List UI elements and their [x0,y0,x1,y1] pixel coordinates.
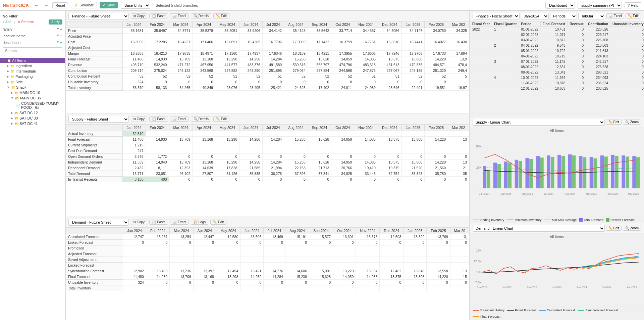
demand-chart-zoom-btn[interactable]: 🔍 Zoom [623,226,641,231]
table-row: Unusable Inventory 3240000000000000 [66,79,469,85]
supply-chart-edit-btn[interactable]: ✏️ Edit [606,120,622,125]
demand-excel-btn[interactable]: 📊 Excel [170,220,189,225]
finance-future-title-select[interactable]: Finance - Future Sheet [68,13,129,19]
svg-text:Sep-2024: Sep-2024 [565,192,575,195]
svg-text:Jul-2023: Jul-2023 [552,286,561,289]
svg-text:15k: 15k [476,248,481,252]
supply-details-btn[interactable]: 🔍 Details [191,117,211,122]
search-input[interactable] [3,47,62,54]
dashboard-select[interactable]: Dashboard [545,2,575,9]
row-unusable: Unusable Inventory [66,79,123,85]
supply-chart-zoom-btn[interactable]: 🔍 Zoom [623,120,641,125]
tree-item-label: MAIN DC 36 [20,96,41,100]
fiscal-title-select[interactable]: Finance - Fiscal Sheet [473,13,520,19]
svg-text:7.5k: 7.5k [475,281,481,284]
apply-button[interactable]: Apply [49,19,62,25]
save-button[interactable]: ✓ Save [100,2,118,8]
finance-col-header-label [66,21,123,28]
tree-item-label: SAT DC 38 [19,116,38,120]
svg-rect-8 [493,163,497,188]
base-units-select[interactable]: Base Units [121,2,150,9]
supply-summary-select[interactable]: supply summary (P) [578,2,622,9]
tree-item-intermediate[interactable]: ▶ 📁 Intermediate [0,68,65,74]
selected-info: Selected 5 child branches [156,3,198,7]
finance-excel-btn[interactable]: 📊 Excel [170,13,189,18]
add-filter-link[interactable]: + Add [3,20,11,24]
supply-chart-title-select[interactable]: Supply - Linear Chart [473,119,605,126]
tree-item-sat-dc-12[interactable]: ▶ 📂 SAT DC 12 [0,110,65,116]
svg-rect-24 [579,156,583,188]
demand-paste-btn[interactable]: 📋 Paste [149,220,168,225]
finance-col-feb25: Feb-2025 [425,21,448,28]
tree-item-condensed[interactable]: 📄 CONDENSED YUMMY FOOD - 6# [0,101,65,110]
demand-edit-btn[interactable]: ✏️ Edit [210,220,226,225]
fiscal-view-select[interactable]: Tabular [578,13,605,19]
location-add[interactable]: + [60,33,62,39]
table-row: Final Forecast 11,48014,93013,70913,1681… [66,137,469,142]
family-add[interactable]: + [60,27,62,32]
fiscal-row: 06-01-202210,7190224,10300 [470,54,644,59]
tree-item-label: Ingredient [15,64,32,68]
tree-item-sat-dc-38[interactable]: ▶ 📂 SAT DC 38 [0,116,65,121]
tree-item-side[interactable]: ▶ 📁 Side [0,79,65,85]
table-row: Saved Adjustment [66,257,469,263]
fiscal-row: 12-01-202210,6630233,32500 [470,86,644,91]
tree-item-label: MAIN DC 10 [19,91,40,95]
tree-item-ingredient[interactable]: ▶ 📁 Ingredient [0,63,65,68]
fiscal-edit-btn[interactable]: ✏️ Edit [626,13,641,18]
svg-rect-18 [547,155,550,188]
tree-item-packaging[interactable]: ▶ 📁 Packaging [0,74,65,79]
tree-item-main-dc-36[interactable]: ▼ 📂 MAIN DC 36 [0,95,65,101]
forward-button[interactable]: → [43,2,50,8]
finance-future-body: Jan-2024 Feb-2024 Mar-2024 Apr-2024 May-… [66,21,469,113]
demand-chart-title-select[interactable]: Demand - Linear Chart [473,225,605,232]
table-row: Final Forecast 11,48014,93013,70913,1681… [66,56,469,62]
help-button[interactable]: ? Help [625,2,641,8]
row-cost: Cost [66,39,123,45]
reset-button[interactable]: Reset [52,2,68,8]
finance-col-apr24: Apr-2024 [193,21,215,28]
supply-copy-btn[interactable]: ⧉ Copy [131,117,147,122]
simulate-button[interactable]: ⚡ Simulate [71,2,97,8]
fiscal-date-select[interactable]: Jan-2024 [521,13,549,19]
row-adjusted-price: Adjusted Price [66,34,123,39]
supply-future-title-select[interactable]: Supply - Future Sheet [68,116,129,123]
demand-future-panel: Demand - Future Sheet ⧉ Copy 📋 Paste 📊 E… [65,217,470,320]
supply-edit-btn[interactable]: ✏️ Edit [213,117,229,122]
svg-text:50k: 50k [476,144,481,148]
finance-paste-btn[interactable]: 📋 Paste [149,13,168,18]
tree-item-label: CONDENSED YUMMY FOOD - 6# [21,101,62,109]
back-button[interactable]: ← [33,2,40,8]
table-row: Unusable Inventory 32400000000000000 [66,280,469,285]
description-add[interactable]: + [60,40,62,45]
remove-filter-link[interactable]: ✕ Remove [18,20,34,24]
finance-col-aug24: Aug-2024 [284,21,308,28]
supply-excel-btn[interactable]: 📊 Excel [170,117,189,122]
finance-copy-btn[interactable]: ⧉ Copy [131,13,147,19]
fiscal-excel-btn[interactable]: 📊 Excel [606,13,624,18]
demand-logs-btn[interactable]: 📋 Logs [191,220,208,225]
table-row: Open Demand Orders 6,2761,77200000000000… [66,154,469,159]
table-row: Price 35.168135.649734.377135.537833.205… [66,28,469,34]
row-contribution: Contribution [66,68,123,74]
table-row: Total Inventory [66,285,469,291]
tree-item-sat-dc-41[interactable]: ▶ 📂 SAT DC 41 [0,121,65,126]
svg-rect-31 [615,156,619,188]
finance-details-btn[interactable]: 🔍 Details [191,13,211,18]
row-total-inv: Total Inventory [66,85,123,91]
svg-rect-10 [504,162,508,188]
tree-item-snack[interactable]: ▼ 📁 Snack [0,85,65,90]
fiscal-row: 05-01-202210,7920211,84300 [470,48,644,54]
table-row: Total Demand 13,77123,05126,10227,80731,… [66,171,469,177]
table-row: Contribution 209,714275,024246,122243,56… [66,68,469,74]
tree-item-all-items[interactable]: ▼ 📋 All Items [0,58,65,63]
supply-future-header: Supply - Future Sheet ⧉ Copy 📋 Paste 📊 E… [66,114,469,124]
demand-copy-btn[interactable]: ⧉ Copy [131,220,147,225]
tree-item-main-dc-10[interactable]: ▶ 📂 MAIN DC 10 [0,90,65,95]
finance-edit-btn[interactable]: ✏️ Edit [213,13,229,18]
demand-future-title-select[interactable]: Demand - Future Sheet [68,219,129,226]
demand-chart-edit-btn[interactable]: ✏️ Edit [606,226,622,231]
fiscal-row: 307-01-202211,1450242,31700 [470,59,644,64]
fiscal-period-select[interactable]: Periods [550,13,577,19]
supply-paste-btn[interactable]: 📋 Paste [149,117,168,122]
